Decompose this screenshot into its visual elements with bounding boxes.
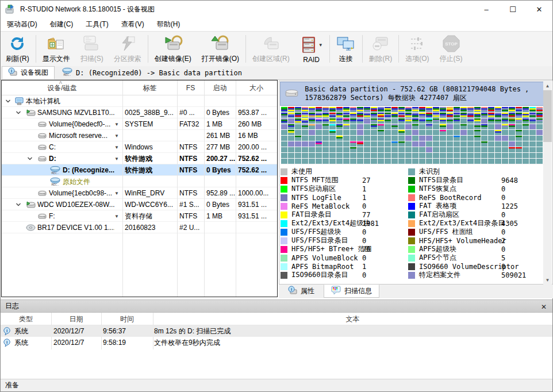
device-name: Microsoft reserve... [49,130,114,141]
toolbar-button-refresh[interactable]: 刷新(R) [1,32,34,66]
status-text: 准备 [5,381,19,390]
legend-count: 509021 [501,271,526,279]
toolbar-button-options[interactable]: 选项(O) [400,32,434,66]
scan-block-map[interactable] [281,106,544,165]
toolbar-button-cregion[interactable]: 创建区域(R) [247,32,295,66]
legend-count: 0 [501,262,505,271]
tree-column-header-0[interactable]: 设备/磁盘 [2,80,122,95]
toolbar-button-psearch[interactable]: 分区搜索 [109,32,147,66]
mount-dropdown-icon[interactable]: ▼ [114,156,119,162]
toolbar-button-delete[interactable]: 删除(R) [364,32,398,66]
minimize-button[interactable]: – [473,1,500,18]
toolbar-button-label: 创建区域(R) [252,54,290,64]
toolbar-button-showfiles[interactable]: 显示文件 [37,32,75,66]
legend-color-chip [408,229,415,236]
legend-color-chip [281,237,287,244]
close-button[interactable]: ✕ [526,1,552,18]
expand-chevron-icon[interactable] [27,155,34,162]
menu-item-1[interactable]: 创建(C) [44,18,80,31]
legend-color-chip [408,255,415,262]
menu-item-3[interactable]: 查看(V) [115,18,151,31]
menu-item-2[interactable]: 工具(T) [79,18,114,31]
log-column-header-0[interactable]: 类型 [1,313,51,325]
title-bar: R-STUDIO Network 8.15.180015 - 设备视图 – ☐ … [1,1,552,18]
log-close-icon[interactable]: ✕ [539,302,549,312]
expand-chevron-icon[interactable] [16,201,22,208]
mount-dropdown-icon[interactable]: ▼ [114,133,119,139]
toolbar-button-scan[interactable]: 扫描(S) [75,32,109,66]
legend-color-chip [281,263,287,270]
toolbar-separator [329,35,330,63]
window-title: R-STUDIO Network 8.15.180015 - 设备视图 [20,5,155,14]
svg-text:i: i [6,340,7,345]
scroll-up-icon[interactable]: ▲ [543,82,552,90]
log-column-header-1[interactable]: 日期 [51,313,101,325]
log-header[interactable]: 类型日期时间文本 [1,313,552,325]
log-column-header-2[interactable]: 时间 [101,313,153,325]
mount-dropdown-icon[interactable]: ▼ [114,191,119,196]
tab-properties[interactable]: i属性 [281,285,322,298]
legend-color-chip [408,186,415,193]
start-cell [206,222,235,233]
mount-dropdown-icon[interactable]: ▼ [114,214,119,219]
legend-label: NTFS LogFile [291,194,341,202]
log-time-cell: 9:56:37 [103,325,151,337]
bottom-tab-strip: i属性扫描信息 [279,285,553,298]
log-row-1[interactable]: i系统2020/12/79:58:19文件枚举在9秒内完成 [1,337,552,348]
fs-cell: #2 U... [179,222,203,233]
expand-chevron-icon[interactable] [16,109,22,116]
tab-label: 设备视图 [21,68,48,78]
legend-item: FAT目录条目77 [281,210,404,219]
legend-count: 70 [362,245,370,253]
log-column-header-3[interactable]: 文本 [153,313,552,325]
start-cell: 1 MB [206,210,235,222]
toolbar-button-stop[interactable]: STOP停止(S) [435,32,468,66]
legend-color-chip [408,177,415,184]
column-divider [204,80,205,297]
toolbar-button-label: 扫描(S) [80,54,103,64]
dropdown-arrow-icon[interactable]: ▼ [318,43,323,48]
tree-column-header-3[interactable]: 启动 [204,80,236,95]
scroll-thumb[interactable] [543,90,552,142]
size-cell: 931.51 ... [238,210,276,222]
tab-device-view[interactable]: i设备视图 [2,66,55,79]
tab-partition[interactable]: REC.D: (Recognized0) -> Basic data parti… [56,66,248,79]
toolbar-button-oimage[interactable]: 打开镜像(O) [197,32,244,66]
device-name: BR17 DEVICE V1.00 1.... [37,222,114,233]
disk-icon [26,200,36,209]
maximize-button[interactable]: ☐ [500,1,526,18]
toolbar-button-connect[interactable]: 连接 [331,32,361,66]
tree-column-header-1[interactable]: 标签 [122,80,177,95]
scroll-down-icon[interactable]: ▼ [543,276,552,285]
legend-color-chip [408,263,415,270]
tree-column-header-4[interactable]: 大小 [236,80,277,95]
legend-label: HFS/HFS+ VolumeHeader [419,237,506,245]
expand-chevron-icon[interactable] [5,98,12,105]
size-cell: 16 MB [238,130,276,141]
toolbar-button-cimage[interactable]: 创建镜像(E) [149,32,197,66]
svg-text:i: i [11,68,12,74]
device-name: Volume{0bedecf0-... [49,118,114,130]
device-name: 本地计算机 [26,95,114,107]
volume-icon [37,189,47,198]
toolbar-button-label: RAID [303,56,320,64]
legend-label: HFS/HFS+ BTree+ 范围 [291,244,372,254]
toolbar-button-raid[interactable]: ▼RAID [295,32,328,66]
tree-column-header-2[interactable]: FS [177,80,204,95]
label-cell [125,95,175,107]
legend-color-chip [281,246,287,253]
menu-item-0[interactable]: 驱动器(D) [1,18,44,31]
legend-count: 1 [362,262,366,271]
menu-item-4[interactable]: 帮助(H) [151,18,187,31]
mount-dropdown-icon[interactable]: ▼ [114,145,119,150]
scan-scrollbar[interactable]: ▲ ▼ [543,82,552,285]
start-cell: 0 Bytes [206,164,235,176]
log-panel: 日志 ✕ 类型日期时间文本 i系统2020/12/79:56:378m 12s … [1,299,552,379]
showfiles-icon [47,34,66,53]
legend-item: NTFS MFT范围27 [281,176,404,185]
tab-scan-information[interactable]: 扫描信息 [324,285,379,298]
log-row-0[interactable]: i系统2020/12/79:56:378m 12s 的 D: 扫描已完成 [1,325,552,337]
mount-dropdown-icon[interactable]: ▼ [114,122,119,127]
raid-icon [300,35,317,55]
legend-item: HFS/HFS+ VolumeHeader2 [408,236,544,245]
